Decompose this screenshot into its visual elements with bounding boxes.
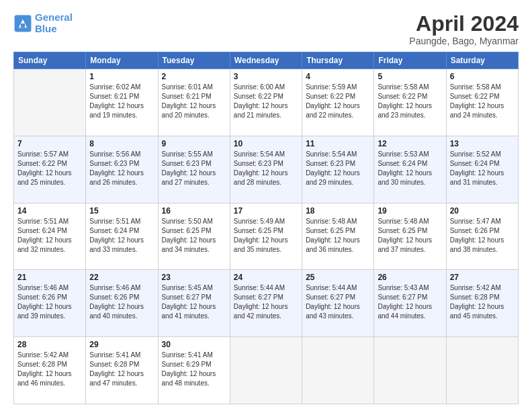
- table-row: 20Sunrise: 5:47 AM Sunset: 6:26 PM Dayli…: [446, 203, 518, 270]
- table-row: 19Sunrise: 5:48 AM Sunset: 6:25 PM Dayli…: [374, 203, 446, 270]
- day-number: 15: [89, 206, 154, 216]
- day-number: 26: [378, 273, 442, 282]
- table-row: 14Sunrise: 5:51 AM Sunset: 6:24 PM Dayli…: [14, 203, 86, 270]
- calendar-week-row: 14Sunrise: 5:51 AM Sunset: 6:24 PM Dayli…: [14, 203, 519, 270]
- col-friday: Friday: [374, 52, 446, 69]
- table-row: 9Sunrise: 5:55 AM Sunset: 6:23 PM Daylig…: [158, 136, 230, 203]
- header: General Blue April 2024 Paungde, Bago, M…: [13, 12, 519, 46]
- table-row: 2Sunrise: 6:01 AM Sunset: 6:21 PM Daylig…: [158, 69, 230, 136]
- day-number: 27: [450, 273, 515, 282]
- table-row: 1Sunrise: 6:02 AM Sunset: 6:21 PM Daylig…: [86, 69, 158, 136]
- day-info: Sunrise: 5:58 AM Sunset: 6:22 PM Dayligh…: [450, 83, 515, 120]
- table-row: 6Sunrise: 5:58 AM Sunset: 6:22 PM Daylig…: [446, 69, 518, 136]
- table-row: [14, 69, 86, 136]
- day-info: Sunrise: 5:54 AM Sunset: 6:23 PM Dayligh…: [306, 150, 370, 187]
- table-row: 23Sunrise: 5:45 AM Sunset: 6:27 PM Dayli…: [158, 270, 230, 337]
- day-number: 3: [234, 72, 298, 81]
- calendar-week-row: 7Sunrise: 5:57 AM Sunset: 6:22 PM Daylig…: [14, 136, 519, 203]
- calendar-header-row: Sunday Monday Tuesday Wednesday Thursday…: [14, 52, 519, 69]
- day-number: 4: [306, 72, 370, 81]
- subtitle: Paungde, Bago, Myanmar: [409, 36, 519, 46]
- day-number: 23: [162, 273, 226, 282]
- day-number: 18: [306, 206, 370, 216]
- day-info: Sunrise: 5:44 AM Sunset: 6:27 PM Dayligh…: [306, 283, 370, 321]
- table-row: 10Sunrise: 5:54 AM Sunset: 6:23 PM Dayli…: [230, 136, 302, 203]
- table-row: 24Sunrise: 5:44 AM Sunset: 6:27 PM Dayli…: [230, 270, 302, 337]
- table-row: [302, 337, 374, 404]
- day-info: Sunrise: 5:52 AM Sunset: 6:24 PM Dayligh…: [450, 150, 515, 187]
- day-number: 9: [162, 139, 226, 148]
- day-number: 10: [234, 139, 298, 148]
- col-wednesday: Wednesday: [230, 52, 302, 69]
- title-block: April 2024 Paungde, Bago, Myanmar: [409, 12, 519, 46]
- day-info: Sunrise: 5:41 AM Sunset: 6:28 PM Dayligh…: [89, 351, 154, 388]
- table-row: [374, 337, 446, 404]
- day-info: Sunrise: 5:53 AM Sunset: 6:24 PM Dayligh…: [378, 150, 442, 187]
- table-row: 26Sunrise: 5:43 AM Sunset: 6:27 PM Dayli…: [374, 270, 446, 337]
- page: General Blue April 2024 Paungde, Bago, M…: [0, 0, 532, 411]
- day-number: 14: [17, 206, 82, 216]
- day-number: 5: [378, 72, 442, 81]
- day-number: 6: [450, 72, 515, 81]
- logo-line1: General: [35, 11, 73, 23]
- day-info: Sunrise: 5:51 AM Sunset: 6:24 PM Dayligh…: [89, 217, 154, 255]
- day-number: 17: [234, 206, 298, 216]
- table-row: 28Sunrise: 5:42 AM Sunset: 6:28 PM Dayli…: [14, 337, 86, 404]
- day-info: Sunrise: 5:57 AM Sunset: 6:22 PM Dayligh…: [17, 150, 82, 187]
- day-info: Sunrise: 5:42 AM Sunset: 6:28 PM Dayligh…: [450, 283, 515, 321]
- calendar-week-row: 1Sunrise: 6:02 AM Sunset: 6:21 PM Daylig…: [14, 69, 519, 136]
- day-number: 19: [378, 206, 442, 216]
- day-number: 13: [450, 139, 515, 148]
- day-number: 28: [17, 340, 82, 349]
- calendar-week-row: 21Sunrise: 5:46 AM Sunset: 6:26 PM Dayli…: [14, 270, 519, 337]
- day-info: Sunrise: 5:55 AM Sunset: 6:23 PM Dayligh…: [162, 150, 226, 187]
- day-info: Sunrise: 5:42 AM Sunset: 6:28 PM Dayligh…: [17, 351, 82, 388]
- col-tuesday: Tuesday: [158, 52, 230, 69]
- table-row: 22Sunrise: 5:46 AM Sunset: 6:26 PM Dayli…: [86, 270, 158, 337]
- day-info: Sunrise: 5:41 AM Sunset: 6:29 PM Dayligh…: [162, 351, 226, 388]
- table-row: 7Sunrise: 5:57 AM Sunset: 6:22 PM Daylig…: [14, 136, 86, 203]
- day-info: Sunrise: 5:47 AM Sunset: 6:26 PM Dayligh…: [450, 217, 515, 255]
- logo: General Blue: [13, 12, 73, 34]
- table-row: 30Sunrise: 5:41 AM Sunset: 6:29 PM Dayli…: [158, 337, 230, 404]
- day-info: Sunrise: 6:02 AM Sunset: 6:21 PM Dayligh…: [89, 83, 154, 120]
- table-row: 15Sunrise: 5:51 AM Sunset: 6:24 PM Dayli…: [86, 203, 158, 270]
- col-sunday: Sunday: [14, 52, 86, 69]
- day-info: Sunrise: 5:44 AM Sunset: 6:27 PM Dayligh…: [234, 283, 298, 321]
- calendar-table: Sunday Monday Tuesday Wednesday Thursday…: [13, 52, 519, 404]
- day-number: 16: [162, 206, 226, 216]
- day-info: Sunrise: 5:45 AM Sunset: 6:27 PM Dayligh…: [162, 283, 226, 321]
- day-info: Sunrise: 5:48 AM Sunset: 6:25 PM Dayligh…: [378, 217, 442, 255]
- day-number: 8: [89, 139, 154, 148]
- logo-text: General Blue: [35, 12, 73, 34]
- table-row: [446, 337, 518, 404]
- day-number: 25: [306, 273, 370, 282]
- table-row: 12Sunrise: 5:53 AM Sunset: 6:24 PM Dayli…: [374, 136, 446, 203]
- day-info: Sunrise: 5:50 AM Sunset: 6:25 PM Dayligh…: [162, 217, 226, 255]
- day-number: 30: [162, 340, 226, 349]
- day-info: Sunrise: 5:59 AM Sunset: 6:22 PM Dayligh…: [306, 83, 370, 120]
- day-number: 21: [17, 273, 82, 282]
- day-info: Sunrise: 5:48 AM Sunset: 6:25 PM Dayligh…: [306, 217, 370, 255]
- table-row: 16Sunrise: 5:50 AM Sunset: 6:25 PM Dayli…: [158, 203, 230, 270]
- logo-icon: [13, 14, 32, 33]
- table-row: 17Sunrise: 5:49 AM Sunset: 6:25 PM Dayli…: [230, 203, 302, 270]
- col-saturday: Saturday: [446, 52, 518, 69]
- day-info: Sunrise: 6:00 AM Sunset: 6:22 PM Dayligh…: [234, 83, 298, 120]
- col-monday: Monday: [86, 52, 158, 69]
- table-row: 11Sunrise: 5:54 AM Sunset: 6:23 PM Dayli…: [302, 136, 374, 203]
- table-row: 4Sunrise: 5:59 AM Sunset: 6:22 PM Daylig…: [302, 69, 374, 136]
- day-number: 2: [162, 72, 226, 81]
- table-row: 27Sunrise: 5:42 AM Sunset: 6:28 PM Dayli…: [446, 270, 518, 337]
- day-number: 20: [450, 206, 515, 216]
- day-number: 11: [306, 139, 370, 148]
- day-number: 12: [378, 139, 442, 148]
- day-info: Sunrise: 5:56 AM Sunset: 6:23 PM Dayligh…: [89, 150, 154, 187]
- table-row: 18Sunrise: 5:48 AM Sunset: 6:25 PM Dayli…: [302, 203, 374, 270]
- day-info: Sunrise: 5:43 AM Sunset: 6:27 PM Dayligh…: [378, 283, 442, 321]
- day-info: Sunrise: 5:46 AM Sunset: 6:26 PM Dayligh…: [89, 283, 154, 321]
- main-title: April 2024: [409, 12, 519, 36]
- day-info: Sunrise: 5:46 AM Sunset: 6:26 PM Dayligh…: [17, 283, 82, 321]
- table-row: 8Sunrise: 5:56 AM Sunset: 6:23 PM Daylig…: [86, 136, 158, 203]
- table-row: [230, 337, 302, 404]
